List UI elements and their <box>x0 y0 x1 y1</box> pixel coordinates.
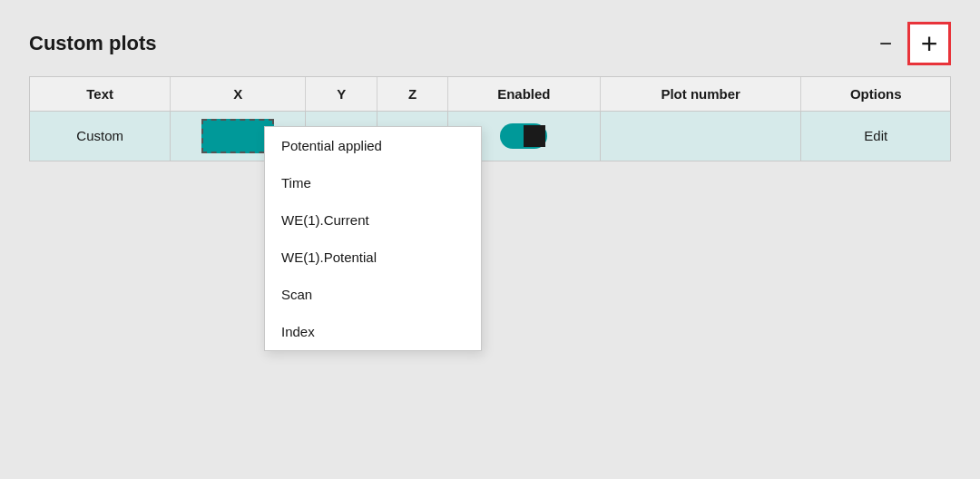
page-title: Custom plots <box>29 32 157 55</box>
col-header-z: Z <box>377 77 448 112</box>
col-header-text: Text <box>30 77 171 112</box>
dropdown-item-2[interactable]: WE(1).Current <box>265 201 481 239</box>
dropdown-item-3[interactable]: WE(1).Potential <box>265 239 481 276</box>
row-text-cell: Custom <box>30 112 171 161</box>
x-axis-dropdown[interactable]: Potential applied Time WE(1).Current WE(… <box>264 126 482 351</box>
dropdown-item-5[interactable]: Index <box>265 313 481 350</box>
table-header-row: Text X Y Z Enabled Plot number Options <box>30 77 950 112</box>
custom-plots-table: Text X Y Z Enabled Plot number Options C… <box>30 77 950 161</box>
dropdown-item-4[interactable]: Scan <box>265 276 481 313</box>
col-header-plot-number: Plot number <box>600 77 801 112</box>
add-button[interactable]: + <box>907 22 951 65</box>
edit-button[interactable]: Edit <box>864 128 887 143</box>
row-options-cell[interactable]: Edit <box>801 112 950 161</box>
toggle-thumb <box>524 125 545 147</box>
dropdown-item-0[interactable]: Potential applied <box>265 127 481 164</box>
dropdown-item-1[interactable]: Time <box>265 164 481 201</box>
row-plot-number-cell <box>600 112 801 161</box>
col-header-y: Y <box>306 77 377 112</box>
col-header-enabled: Enabled <box>447 77 600 112</box>
header-buttons: − + <box>867 22 951 65</box>
table-wrapper: Text X Y Z Enabled Plot number Options C… <box>29 76 951 161</box>
col-header-x: X <box>171 77 306 112</box>
toggle-track[interactable] <box>500 123 547 149</box>
header-row: Custom plots − + <box>29 22 951 65</box>
remove-button[interactable]: − <box>867 25 904 62</box>
table-row: Custom Edit <box>30 112 950 161</box>
col-header-options: Options <box>801 77 950 112</box>
